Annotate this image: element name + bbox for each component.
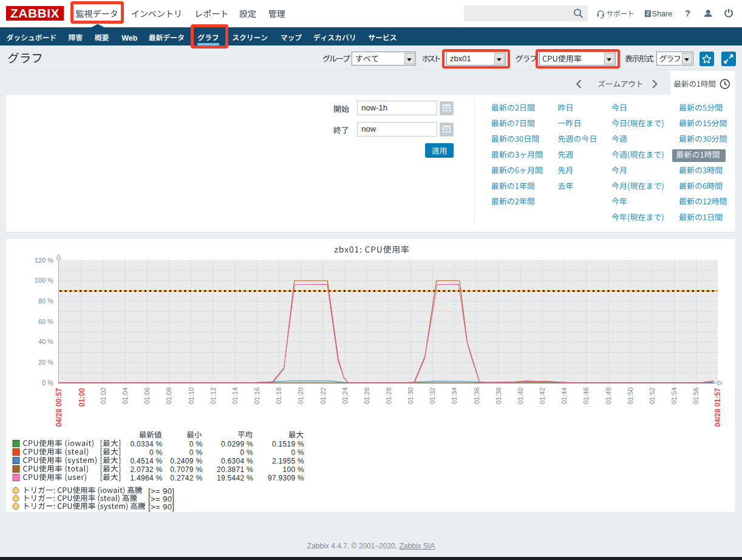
svg-text:0 %: 0 % xyxy=(42,379,53,386)
svg-text:01:14: 01:14 xyxy=(231,388,239,405)
svg-text:01:04: 01:04 xyxy=(121,388,129,405)
svg-text:01:38: 01:38 xyxy=(495,388,502,405)
svg-text:40 %: 40 % xyxy=(38,338,53,345)
svg-text:01:08: 01:08 xyxy=(165,388,172,405)
svg-text:01:34: 01:34 xyxy=(451,388,458,405)
svg-text:01:18: 01:18 xyxy=(275,388,282,405)
svg-text:01:02: 01:02 xyxy=(100,388,107,405)
svg-text:01:36: 01:36 xyxy=(473,388,480,405)
svg-text:01:26: 01:26 xyxy=(363,388,370,405)
svg-text:01:52: 01:52 xyxy=(648,388,656,405)
svg-text:01:12: 01:12 xyxy=(209,388,217,405)
svg-text:01:22: 01:22 xyxy=(319,388,327,405)
svg-text:01:10: 01:10 xyxy=(188,388,195,405)
svg-text:01:20: 01:20 xyxy=(297,388,304,405)
svg-text:100 %: 100 % xyxy=(35,277,53,284)
svg-text:01:24: 01:24 xyxy=(341,388,349,405)
svg-text:01:06: 01:06 xyxy=(143,388,151,405)
svg-text:01:56: 01:56 xyxy=(692,388,699,405)
svg-text:01:30: 01:30 xyxy=(407,388,414,405)
svg-text:04/28 00:57: 04/28 00:57 xyxy=(55,388,63,427)
svg-text:20 %: 20 % xyxy=(38,359,53,366)
svg-text:01:32: 01:32 xyxy=(429,388,436,405)
svg-text:01:40: 01:40 xyxy=(517,388,524,405)
svg-text:04/28 01:57: 04/28 01:57 xyxy=(713,388,722,427)
svg-text:01:28: 01:28 xyxy=(385,388,392,405)
svg-text:01:44: 01:44 xyxy=(560,388,568,405)
svg-text:80 %: 80 % xyxy=(38,297,53,305)
svg-text:01:54: 01:54 xyxy=(670,388,678,405)
svg-text:120 %: 120 % xyxy=(35,257,53,264)
svg-text:01:50: 01:50 xyxy=(627,388,634,405)
svg-text:01:16: 01:16 xyxy=(253,388,260,405)
svg-text:60 %: 60 % xyxy=(38,318,53,325)
svg-text:01:46: 01:46 xyxy=(582,388,590,405)
svg-text:01:48: 01:48 xyxy=(605,388,612,405)
svg-text:01:42: 01:42 xyxy=(539,388,546,405)
svg-text:01:00: 01:00 xyxy=(78,388,86,407)
